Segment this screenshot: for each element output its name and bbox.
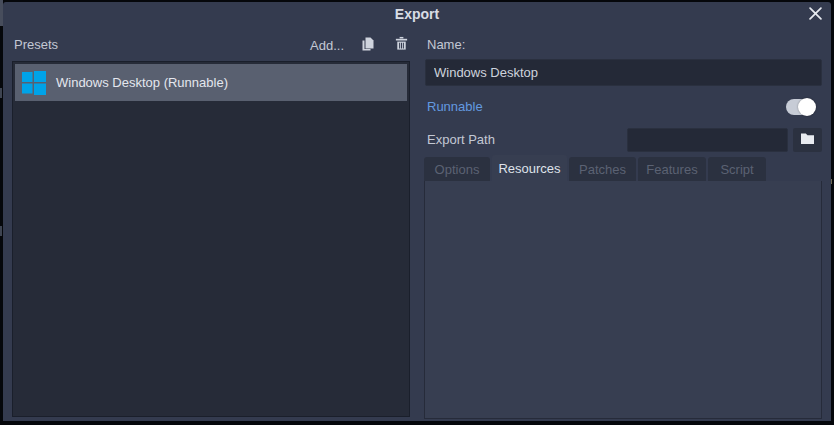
desktop-edge-artifact bbox=[0, 226, 2, 236]
duplicate-preset-button[interactable] bbox=[359, 36, 377, 54]
delete-preset-button[interactable] bbox=[392, 36, 410, 54]
browse-path-button[interactable] bbox=[793, 128, 822, 152]
dialog-title: Export bbox=[3, 6, 831, 22]
tab-script[interactable]: Script bbox=[708, 157, 766, 181]
add-preset-button[interactable]: Add... bbox=[310, 38, 344, 53]
tab-resources[interactable]: Resources bbox=[492, 155, 567, 182]
runnable-toggle[interactable] bbox=[786, 99, 814, 115]
desktop-edge-artifact bbox=[0, 88, 2, 98]
name-label: Name: bbox=[427, 37, 465, 52]
presets-label: Presets bbox=[14, 37, 58, 52]
tab-features[interactable]: Features bbox=[638, 157, 706, 181]
runnable-label: Runnable bbox=[427, 99, 483, 114]
export-path-input[interactable] bbox=[627, 128, 788, 152]
presets-list: Windows Desktop (Runnable) bbox=[12, 61, 410, 417]
duplicate-icon bbox=[360, 36, 376, 55]
tab-options[interactable]: Options bbox=[424, 157, 490, 181]
trash-icon bbox=[394, 36, 409, 54]
tab-patches[interactable]: Patches bbox=[569, 157, 636, 181]
preset-item-label: Windows Desktop (Runnable) bbox=[56, 75, 228, 90]
toggle-knob bbox=[798, 98, 816, 116]
presets-actions: Add... bbox=[280, 33, 410, 57]
windows-logo-icon bbox=[21, 70, 47, 96]
preset-item-windows-desktop[interactable]: Windows Desktop (Runnable) bbox=[15, 64, 407, 101]
export-path-label: Export Path bbox=[427, 132, 495, 147]
export-dialog-screen: Export Presets Add... bbox=[0, 0, 834, 425]
close-icon bbox=[809, 7, 822, 23]
resources-tab-panel bbox=[424, 181, 822, 419]
close-button[interactable] bbox=[802, 4, 828, 26]
folder-icon bbox=[800, 132, 815, 148]
name-input[interactable] bbox=[425, 59, 822, 86]
